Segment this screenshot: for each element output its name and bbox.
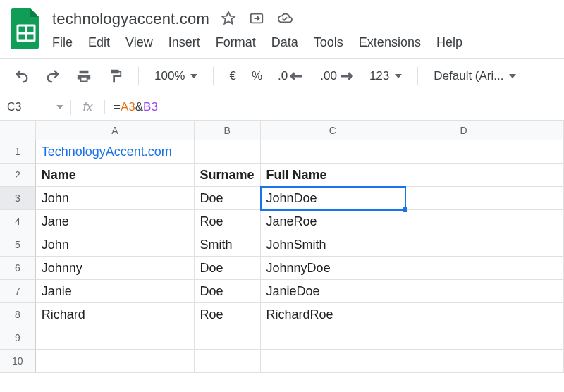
- cell-D4[interactable]: [405, 210, 522, 233]
- row-header[interactable]: 5: [0, 233, 36, 257]
- menu-view[interactable]: View: [125, 35, 153, 50]
- cell-C4[interactable]: JaneRoe: [261, 210, 405, 233]
- row-header[interactable]: 8: [0, 303, 36, 326]
- cell-E2[interactable]: [522, 164, 564, 187]
- document-title[interactable]: technologyaccent.com: [52, 10, 209, 28]
- paint-format-button[interactable]: [103, 66, 127, 87]
- cell-E9[interactable]: [522, 326, 564, 350]
- menu-insert[interactable]: Insert: [168, 35, 200, 50]
- cell-C7[interactable]: JanieDoe: [261, 280, 405, 303]
- col-header-B[interactable]: B: [195, 121, 261, 140]
- sheets-logo-icon: [10, 7, 42, 51]
- font-dropdown[interactable]: Default (Ari...: [429, 66, 520, 86]
- formula-ref-b: B3: [143, 100, 158, 114]
- cell-B7[interactable]: Doe: [195, 280, 261, 303]
- formula-bar[interactable]: =A3&B3: [104, 100, 564, 114]
- cell-B9[interactable]: [195, 326, 261, 350]
- cell-C8[interactable]: RichardRoe: [261, 303, 405, 326]
- cell-D6[interactable]: [405, 257, 522, 280]
- menu-data[interactable]: Data: [271, 35, 298, 50]
- cell-D5[interactable]: [405, 233, 522, 257]
- cell-B1[interactable]: [195, 140, 261, 164]
- cell-A3[interactable]: John: [36, 187, 195, 210]
- cell-E1[interactable]: [522, 140, 564, 164]
- currency-button[interactable]: €: [225, 66, 240, 86]
- col-header-E[interactable]: [522, 121, 564, 140]
- col-header-C[interactable]: C: [261, 121, 405, 140]
- cell-D8[interactable]: [405, 303, 522, 326]
- menu-extensions[interactable]: Extensions: [359, 35, 421, 50]
- cloud-status-icon[interactable]: [277, 11, 293, 28]
- cell-A10[interactable]: [36, 350, 195, 373]
- cell-E6[interactable]: [522, 257, 564, 280]
- cell-D2[interactable]: [405, 164, 522, 187]
- cell-A7[interactable]: Janie: [36, 280, 195, 303]
- cell-D7[interactable]: [405, 280, 522, 303]
- caret-down-icon: [509, 74, 516, 78]
- cell-D10[interactable]: [405, 350, 522, 373]
- increase-decimal-button[interactable]: .00: [316, 66, 358, 87]
- cell-B5[interactable]: Smith: [195, 233, 261, 257]
- cell-E3[interactable]: [522, 187, 564, 210]
- cell-E7[interactable]: [522, 280, 564, 303]
- col-header-D[interactable]: D: [405, 121, 522, 140]
- cell-C1[interactable]: [261, 140, 405, 164]
- name-box[interactable]: C3: [0, 101, 70, 114]
- move-icon[interactable]: [249, 11, 264, 28]
- cell-C2[interactable]: Full Name: [261, 164, 405, 187]
- cell-C5[interactable]: JohnSmith: [261, 233, 405, 257]
- row-header[interactable]: 4: [0, 210, 36, 233]
- select-all-corner[interactable]: [0, 121, 36, 140]
- fx-icon[interactable]: fx: [70, 100, 104, 115]
- menu-tools[interactable]: Tools: [314, 35, 343, 50]
- menu-help[interactable]: Help: [436, 35, 462, 50]
- cell-E4[interactable]: [522, 210, 564, 233]
- cell-B8[interactable]: Roe: [195, 303, 261, 326]
- col-header-A[interactable]: A: [36, 121, 195, 140]
- cell-C6[interactable]: JohnnyDoe: [261, 257, 405, 280]
- cell-A6[interactable]: Johnny: [36, 257, 195, 280]
- formula-eq: =: [114, 100, 121, 114]
- row-header[interactable]: 6: [0, 257, 36, 280]
- cell-E8[interactable]: [522, 303, 564, 326]
- cell-A8[interactable]: Richard: [36, 303, 195, 326]
- cell-B4[interactable]: Roe: [195, 210, 261, 233]
- row-header[interactable]: 2: [0, 164, 36, 187]
- row-header[interactable]: 1: [0, 140, 36, 164]
- cell-A5[interactable]: John: [36, 233, 195, 257]
- cell-A1[interactable]: TechnologyAccent.com: [36, 140, 195, 164]
- star-icon[interactable]: [221, 11, 236, 28]
- zoom-dropdown[interactable]: 100%: [150, 66, 202, 86]
- print-button[interactable]: [72, 66, 96, 87]
- row-header[interactable]: 3: [0, 187, 36, 210]
- cell-E5[interactable]: [522, 233, 564, 257]
- cell-D3[interactable]: [405, 187, 522, 210]
- cell-D1[interactable]: [405, 140, 522, 164]
- cell-A4[interactable]: Jane: [36, 210, 195, 233]
- row-header[interactable]: 7: [0, 280, 36, 303]
- decrease-decimal-button[interactable]: .0: [274, 66, 309, 87]
- cell-B2[interactable]: Surname: [195, 164, 261, 187]
- menu-format[interactable]: Format: [216, 35, 256, 50]
- cell-A2[interactable]: Name: [36, 164, 195, 187]
- cell-B3[interactable]: Doe: [195, 187, 261, 210]
- percent-button[interactable]: %: [247, 66, 266, 86]
- row-header[interactable]: 10: [0, 350, 36, 373]
- zoom-value: 100%: [154, 69, 185, 83]
- row-header[interactable]: 9: [0, 326, 36, 350]
- cell-C3[interactable]: JohnDoe: [261, 187, 405, 210]
- cell-E10[interactable]: [522, 350, 564, 373]
- menu-file[interactable]: File: [52, 35, 73, 50]
- menu-edit[interactable]: Edit: [88, 35, 110, 50]
- cell-C10[interactable]: [261, 350, 405, 373]
- name-box-value: C3: [7, 101, 21, 114]
- cell-D9[interactable]: [405, 326, 522, 350]
- cell-B6[interactable]: Doe: [195, 257, 261, 280]
- number-format-dropdown[interactable]: 123: [365, 66, 406, 86]
- cell-C9[interactable]: [261, 326, 405, 350]
- cell-A9[interactable]: [36, 326, 195, 350]
- redo-button[interactable]: [41, 66, 65, 87]
- menubar: File Edit View Insert Format Data Tools …: [52, 35, 554, 50]
- undo-button[interactable]: [10, 66, 34, 87]
- cell-B10[interactable]: [195, 350, 261, 373]
